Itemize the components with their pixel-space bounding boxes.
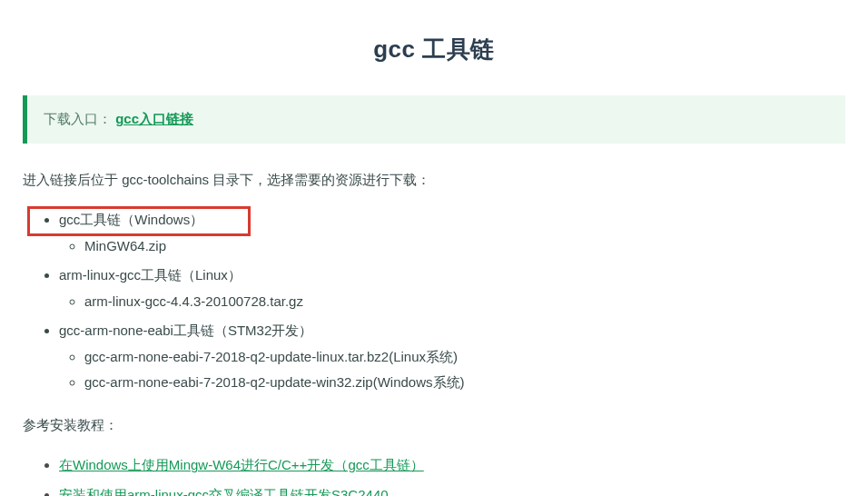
list-item: gcc-arm-none-eabi工具链（STM32开发） gcc-arm-no… [59, 318, 845, 396]
list-item-label: gcc-arm-none-eabi工具链（STM32开发） [59, 322, 312, 338]
list-item-label: gcc-arm-none-eabi-7-2018-q2-update-win32… [84, 374, 465, 390]
list-item-label: gcc工具链（Windows） [59, 212, 203, 227]
intro-text: 进入链接后位于 gcc-toolchains 目录下，选择需要的资源进行下载： [23, 167, 845, 193]
list-item: arm-linux-gcc-4.4.3-20100728.tar.gz [84, 289, 845, 315]
list-item-label: gcc-arm-none-eabi-7-2018-q2-update-linux… [84, 349, 458, 364]
references-heading: 参考安装教程： [23, 412, 845, 439]
list-item-label: arm-linux-gcc-4.4.3-20100728.tar.gz [84, 293, 303, 309]
list-item: arm-linux-gcc工具链（Linux） arm-linux-gcc-4.… [59, 263, 845, 314]
list-item: 在Windows上使用Mingw-W64进行C/C++开发（gcc工具链） [59, 452, 845, 479]
page-title: gcc 工具链 [23, 27, 845, 72]
sub-list: MinGW64.zip [59, 233, 845, 260]
gcc-entry-link[interactable]: gcc入口链接 [115, 111, 193, 126]
sub-list: arm-linux-gcc-4.4.3-20100728.tar.gz [59, 289, 845, 315]
list-item: gcc-arm-none-eabi-7-2018-q2-update-win32… [84, 370, 845, 396]
sub-list: gcc-arm-none-eabi-7-2018-q2-update-linux… [59, 344, 845, 396]
list-item: MinGW64.zip [84, 233, 845, 260]
tutorial-link[interactable]: 在Windows上使用Mingw-W64进行C/C++开发（gcc工具链） [59, 457, 424, 472]
list-item: 安装和使用arm-linux-gcc交叉编译工具链开发S3C2440 [59, 482, 845, 496]
resource-list: gcc工具链（Windows） MinGW64.zip arm-linux-gc… [23, 207, 845, 396]
callout-prefix: 下载入口： [44, 111, 112, 126]
download-callout: 下载入口： gcc入口链接 [23, 95, 845, 144]
list-item-label: MinGW64.zip [84, 238, 166, 253]
document-page: gcc 工具链 下载入口： gcc入口链接 进入链接后位于 gcc-toolch… [0, 0, 868, 496]
list-item: gcc-arm-none-eabi-7-2018-q2-update-linux… [84, 344, 845, 371]
tutorial-link[interactable]: 安装和使用arm-linux-gcc交叉编译工具链开发S3C2440 [59, 487, 389, 496]
list-item-label: arm-linux-gcc工具链（Linux） [59, 267, 242, 283]
references-list: 在Windows上使用Mingw-W64进行C/C++开发（gcc工具链） 安装… [23, 452, 845, 496]
list-item: gcc工具链（Windows） MinGW64.zip [59, 207, 845, 259]
